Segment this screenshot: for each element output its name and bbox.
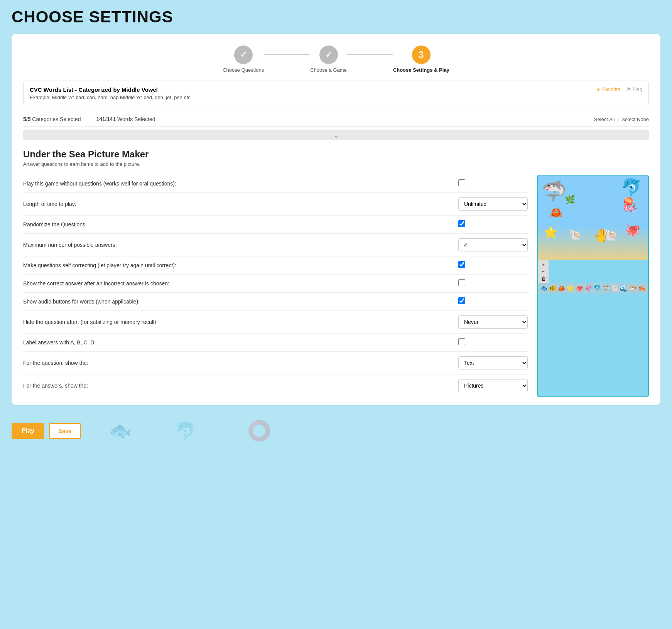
dolphin-icon: 🐬: [621, 177, 642, 197]
seaweed-icon: 🌿: [565, 195, 575, 205]
preview-item-2: 🐠: [549, 285, 557, 292]
seahorse-icon: 🦀: [549, 206, 563, 219]
question-set-card: ★ Favorite ⚑ Flag CVC Words List - Categ…: [23, 81, 649, 106]
preview-item-11: 🐡: [629, 285, 637, 292]
setting-label-question-show: For the question, show the:: [23, 360, 454, 366]
setting-label-hide-question: Hide the question after: (for subitizing…: [23, 319, 454, 325]
expand-collapse-row[interactable]: ⌄: [23, 130, 649, 140]
step-3-label: Choose Settings & Play: [393, 67, 449, 73]
setting-label-show-correct: Show the correct answer after an incorre…: [23, 280, 454, 287]
categories-selected: 5/5 Categories Selected: [23, 116, 81, 122]
trash-icon[interactable]: 🗑: [541, 276, 546, 282]
preview-item-10: 🌊: [620, 285, 628, 292]
checkbox-label-answers[interactable]: [458, 338, 465, 345]
words-selected: 141/141 Words Selected: [96, 116, 155, 122]
step-choose-settings: 3 Choose Settings & Play: [393, 46, 449, 73]
preview-toolbar: + − 🗑: [538, 260, 648, 283]
flag-button[interactable]: ⚑ Flag: [626, 86, 642, 92]
checkbox-no-questions[interactable]: [458, 179, 465, 186]
setting-row-randomize: Randomize the Questions: [23, 216, 528, 234]
setting-label-answers-show: For the answers, show the:: [23, 383, 454, 389]
settings-form: Play this game without questions (works …: [23, 175, 528, 397]
octopus-icon: 🐙: [625, 223, 640, 237]
step-choose-questions: ✓ Choose Questions: [223, 46, 264, 73]
select-question-show[interactable]: TextPictureBoth: [458, 356, 528, 369]
fish-decor-2: 🐬: [175, 421, 196, 441]
page-header: CHOOSE SETTINGS: [0, 0, 672, 30]
step-2-label: Choose a Game: [310, 67, 347, 73]
checkbox-audio-buttons[interactable]: [458, 297, 465, 304]
fish-decor-1: 🐟: [109, 420, 132, 442]
checkbox-randomize[interactable]: [458, 220, 465, 227]
checkbox-show-correct[interactable]: [458, 279, 465, 286]
bottom-bar: Play Save 🐟 🐬 ⭕: [0, 413, 672, 449]
save-button[interactable]: Save: [49, 423, 81, 439]
play-button[interactable]: Play: [12, 423, 44, 439]
setting-control-show-correct: [458, 279, 528, 288]
select-links: Select All | Select None: [594, 116, 649, 122]
setting-row-hide-question: Hide the question after: (for subitizing…: [23, 311, 528, 334]
zoom-in-icon[interactable]: +: [542, 262, 545, 268]
game-section: Under the Sea Picture Maker Answer quest…: [23, 149, 649, 397]
setting-control-question-show: TextPictureBoth: [458, 356, 528, 369]
step-line-2: [347, 54, 393, 55]
preview-item-8: 🦈: [602, 285, 610, 292]
checkbox-self-correcting[interactable]: [458, 261, 465, 268]
step-1-label: Choose Questions: [223, 67, 264, 73]
select-time-length[interactable]: Unlimited5 minutes10 minutes15 minutes20…: [458, 197, 528, 211]
setting-row-show-correct: Show the correct answer after an incorre…: [23, 275, 528, 293]
setting-label-self-correcting: Make questions self correcting (let play…: [23, 262, 454, 268]
setting-control-answers-show: PicturesTextBoth: [458, 379, 528, 392]
select-hide-question[interactable]: Never1 second2 seconds3 seconds5 seconds: [458, 315, 528, 329]
setting-row-label-answers: Label answers with A, B, C, D:: [23, 334, 528, 352]
question-set-actions: ★ Favorite ⚑ Flag: [596, 86, 642, 92]
settings-and-preview: Play this game without questions (works …: [23, 175, 649, 397]
preview-item-1: 🐟: [540, 285, 548, 292]
setting-label-randomize: Randomize the Questions: [23, 221, 454, 228]
main-card: ✓ Choose Questions ✓ Choose a Game 3 Cho…: [12, 34, 660, 405]
setting-label-time-length: Length of time to play:: [23, 201, 454, 207]
step-3-circle: 3: [412, 46, 431, 64]
setting-control-max-answers: 23456: [458, 238, 528, 251]
setting-control-randomize: [458, 220, 528, 229]
game-preview: 🦈 🐬 🪼 🦀 🌿 🐙 ⭐ 🐚 🐚 🤚 + − 🗑: [537, 175, 649, 397]
setting-control-hide-question: Never1 second2 seconds3 seconds5 seconds: [458, 315, 528, 329]
stepper: ✓ Choose Questions ✓ Choose a Game 3 Cho…: [23, 42, 649, 81]
favorite-button[interactable]: ★ Favorite: [596, 86, 620, 92]
preview-item-7: 🐬: [593, 285, 601, 292]
setting-row-answers-show: For the answers, show the:PicturesTextBo…: [23, 374, 528, 397]
shell-icon: 🐚: [569, 229, 581, 241]
select-answers-show[interactable]: PicturesTextBoth: [458, 379, 528, 392]
setting-control-no-questions: [458, 179, 528, 188]
setting-control-time-length: Unlimited5 minutes10 minutes15 minutes20…: [458, 197, 528, 211]
preview-item-9: 🐚: [611, 285, 619, 292]
select-none-link[interactable]: Select None: [621, 116, 649, 122]
setting-label-label-answers: Label answers with A, B, C, D:: [23, 339, 454, 346]
setting-label-no-questions: Play this game without questions (works …: [23, 180, 454, 187]
preview-bottom-bar: 🐟 🐠 🦀 ⭐ 🐙 🦑 🐬 🦈 🐚 🌊 🐡 🦐: [538, 283, 648, 293]
setting-row-no-questions: Play this game without questions (works …: [23, 175, 528, 193]
select-all-link[interactable]: Select All: [594, 116, 615, 122]
game-title: Under the Sea Picture Maker: [23, 149, 649, 160]
setting-row-question-show: For the question, show the:TextPictureBo…: [23, 352, 528, 374]
jellyfish-icon: 🪼: [621, 197, 638, 213]
setting-row-self-correcting: Make questions self correcting (let play…: [23, 256, 528, 275]
page-title: CHOOSE SETTINGS: [12, 8, 660, 26]
question-set-description: Example: Middle 'a': bad, can, ham, nap …: [30, 94, 642, 100]
chevron-down-icon: ⌄: [333, 132, 339, 139]
zoom-out-icon[interactable]: −: [542, 269, 545, 275]
setting-control-audio-buttons: [458, 297, 528, 306]
select-max-answers[interactable]: 23456: [458, 238, 528, 251]
hand-icon: 🤚: [593, 228, 609, 243]
step-line-1: [264, 54, 310, 55]
preview-scene: 🦈 🐬 🪼 🦀 🌿 🐙 ⭐ 🐚 🐚 🤚: [538, 175, 648, 260]
question-set-title: CVC Words List - Categorized by Middle V…: [30, 86, 642, 93]
preview-item-12: 🦐: [638, 285, 645, 292]
selection-row: 5/5 Categories Selected 141/141 Words Se…: [23, 112, 649, 126]
setting-control-label-answers: [458, 338, 528, 347]
starfish-icon: ⭐: [544, 226, 558, 239]
game-description: Answer questions to earn items to add to…: [23, 161, 649, 167]
fish-decor-3: ⭕: [247, 420, 271, 442]
setting-row-time-length: Length of time to play:Unlimited5 minute…: [23, 193, 528, 216]
setting-control-self-correcting: [458, 261, 528, 270]
